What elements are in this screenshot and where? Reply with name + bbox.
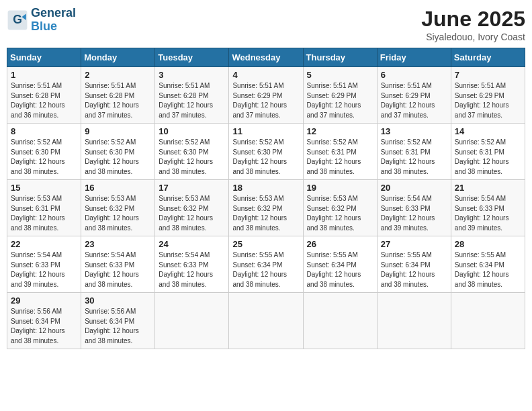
- logo-line2: Blue: [31, 19, 57, 33]
- day-info: Sunrise: 5:51 AM Sunset: 6:28 PM Dayligh…: [159, 81, 225, 120]
- day-info: Sunrise: 5:53 AM Sunset: 6:31 PM Dayligh…: [11, 194, 77, 233]
- calendar-cell: 16Sunrise: 5:53 AM Sunset: 6:32 PM Dayli…: [81, 180, 155, 236]
- day-number: 16: [85, 183, 151, 193]
- page-header: G General Blue June 2025 Siyaledouo, Ivo…: [7, 7, 525, 42]
- calendar-cell: 22Sunrise: 5:54 AM Sunset: 6:33 PM Dayli…: [7, 236, 81, 293]
- day-info: Sunrise: 5:51 AM Sunset: 6:29 PM Dayligh…: [232, 81, 299, 120]
- day-info: Sunrise: 5:52 AM Sunset: 6:31 PM Dayligh…: [307, 138, 373, 177]
- day-info: Sunrise: 5:52 AM Sunset: 6:31 PM Dayligh…: [455, 138, 521, 177]
- calendar-cell: [377, 293, 451, 349]
- day-number: 26: [307, 239, 373, 249]
- calendar-cell: 2Sunrise: 5:51 AM Sunset: 6:28 PM Daylig…: [81, 67, 155, 124]
- day-info: Sunrise: 5:53 AM Sunset: 6:32 PM Dayligh…: [307, 194, 373, 233]
- day-number: 20: [381, 183, 447, 193]
- day-info: Sunrise: 5:54 AM Sunset: 6:33 PM Dayligh…: [85, 250, 151, 289]
- calendar-cell: 5Sunrise: 5:51 AM Sunset: 6:29 PM Daylig…: [303, 67, 377, 124]
- title-block: June 2025 Siyaledouo, Ivory Coast: [421, 7, 525, 42]
- calendar-cell: 25Sunrise: 5:55 AM Sunset: 6:34 PM Dayli…: [229, 236, 303, 293]
- calendar-cell: 17Sunrise: 5:53 AM Sunset: 6:32 PM Dayli…: [155, 180, 229, 236]
- day-number: 21: [455, 183, 521, 193]
- day-info: Sunrise: 5:52 AM Sunset: 6:30 PM Dayligh…: [11, 138, 77, 177]
- calendar-week-1: 1Sunrise: 5:51 AM Sunset: 6:28 PM Daylig…: [7, 67, 525, 124]
- col-header-saturday: Saturday: [451, 48, 525, 67]
- logo-text: General Blue: [31, 7, 76, 34]
- calendar-cell: 29Sunrise: 5:56 AM Sunset: 6:34 PM Dayli…: [7, 293, 81, 349]
- calendar-cell: 6Sunrise: 5:51 AM Sunset: 6:29 PM Daylig…: [377, 67, 451, 124]
- logo: G General Blue: [7, 7, 76, 34]
- day-number: 6: [381, 70, 447, 80]
- day-number: 7: [455, 70, 521, 80]
- calendar-table: SundayMondayTuesdayWednesdayThursdayFrid…: [7, 48, 525, 349]
- day-number: 8: [11, 126, 77, 136]
- day-info: Sunrise: 5:52 AM Sunset: 6:30 PM Dayligh…: [159, 138, 225, 177]
- calendar-cell: 26Sunrise: 5:55 AM Sunset: 6:34 PM Dayli…: [303, 236, 377, 293]
- day-info: Sunrise: 5:55 AM Sunset: 6:34 PM Dayligh…: [232, 250, 299, 289]
- calendar-cell: 7Sunrise: 5:51 AM Sunset: 6:29 PM Daylig…: [451, 67, 525, 124]
- calendar-week-2: 8Sunrise: 5:52 AM Sunset: 6:30 PM Daylig…: [7, 124, 525, 180]
- col-header-monday: Monday: [81, 48, 155, 67]
- calendar-week-4: 22Sunrise: 5:54 AM Sunset: 6:33 PM Dayli…: [7, 236, 525, 293]
- calendar-cell: 19Sunrise: 5:53 AM Sunset: 6:32 PM Dayli…: [303, 180, 377, 236]
- day-number: 3: [159, 70, 225, 80]
- calendar-cell: 9Sunrise: 5:52 AM Sunset: 6:30 PM Daylig…: [81, 124, 155, 180]
- calendar-cell: 18Sunrise: 5:53 AM Sunset: 6:32 PM Dayli…: [229, 180, 303, 236]
- day-number: 27: [381, 239, 447, 249]
- day-info: Sunrise: 5:55 AM Sunset: 6:34 PM Dayligh…: [307, 250, 373, 289]
- calendar-cell: 8Sunrise: 5:52 AM Sunset: 6:30 PM Daylig…: [7, 124, 81, 180]
- calendar-cell: 11Sunrise: 5:52 AM Sunset: 6:30 PM Dayli…: [229, 124, 303, 180]
- day-info: Sunrise: 5:54 AM Sunset: 6:33 PM Dayligh…: [455, 194, 521, 233]
- day-info: Sunrise: 5:51 AM Sunset: 6:29 PM Dayligh…: [381, 81, 447, 120]
- calendar-cell: 24Sunrise: 5:54 AM Sunset: 6:33 PM Dayli…: [155, 236, 229, 293]
- calendar-cell: [155, 293, 229, 349]
- calendar-subtitle: Siyaledouo, Ivory Coast: [421, 32, 525, 42]
- day-info: Sunrise: 5:51 AM Sunset: 6:29 PM Dayligh…: [455, 81, 521, 120]
- calendar-cell: 20Sunrise: 5:54 AM Sunset: 6:33 PM Dayli…: [377, 180, 451, 236]
- day-info: Sunrise: 5:54 AM Sunset: 6:33 PM Dayligh…: [11, 250, 77, 289]
- calendar-cell: 30Sunrise: 5:56 AM Sunset: 6:34 PM Dayli…: [81, 293, 155, 349]
- calendar-cell: 14Sunrise: 5:52 AM Sunset: 6:31 PM Dayli…: [451, 124, 525, 180]
- day-info: Sunrise: 5:54 AM Sunset: 6:33 PM Dayligh…: [381, 194, 447, 233]
- day-number: 15: [11, 183, 77, 193]
- day-number: 30: [85, 295, 151, 306]
- day-info: Sunrise: 5:52 AM Sunset: 6:31 PM Dayligh…: [381, 138, 447, 177]
- col-header-wednesday: Wednesday: [229, 48, 303, 67]
- day-number: 11: [232, 126, 299, 136]
- day-number: 9: [85, 126, 151, 136]
- calendar-cell: 28Sunrise: 5:55 AM Sunset: 6:34 PM Dayli…: [451, 236, 525, 293]
- day-number: 12: [307, 126, 373, 136]
- calendar-cell: [451, 293, 525, 349]
- day-number: 24: [159, 239, 225, 249]
- day-number: 17: [159, 183, 225, 193]
- day-number: 22: [11, 239, 77, 249]
- day-number: 2: [85, 70, 151, 80]
- day-number: 28: [455, 239, 521, 249]
- logo-icon: G: [7, 9, 28, 31]
- calendar-cell: [229, 293, 303, 349]
- calendar-cell: 13Sunrise: 5:52 AM Sunset: 6:31 PM Dayli…: [377, 124, 451, 180]
- day-info: Sunrise: 5:51 AM Sunset: 6:28 PM Dayligh…: [85, 81, 151, 120]
- day-number: 23: [85, 239, 151, 249]
- day-info: Sunrise: 5:53 AM Sunset: 6:32 PM Dayligh…: [159, 194, 225, 233]
- calendar-title: June 2025: [421, 7, 525, 32]
- calendar-cell: 23Sunrise: 5:54 AM Sunset: 6:33 PM Dayli…: [81, 236, 155, 293]
- calendar-cell: 12Sunrise: 5:52 AM Sunset: 6:31 PM Dayli…: [303, 124, 377, 180]
- day-number: 10: [159, 126, 225, 136]
- col-header-sunday: Sunday: [7, 48, 81, 67]
- day-info: Sunrise: 5:55 AM Sunset: 6:34 PM Dayligh…: [381, 250, 447, 289]
- calendar-cell: [303, 293, 377, 349]
- day-info: Sunrise: 5:55 AM Sunset: 6:34 PM Dayligh…: [455, 250, 521, 289]
- day-number: 13: [381, 126, 447, 136]
- day-info: Sunrise: 5:54 AM Sunset: 6:33 PM Dayligh…: [159, 250, 225, 289]
- calendar-week-3: 15Sunrise: 5:53 AM Sunset: 6:31 PM Dayli…: [7, 180, 525, 236]
- day-info: Sunrise: 5:53 AM Sunset: 6:32 PM Dayligh…: [232, 194, 299, 233]
- calendar-header-row: SundayMondayTuesdayWednesdayThursdayFrid…: [7, 48, 525, 67]
- svg-text:G: G: [13, 13, 22, 26]
- calendar-cell: 1Sunrise: 5:51 AM Sunset: 6:28 PM Daylig…: [7, 67, 81, 124]
- day-number: 18: [232, 183, 299, 193]
- day-number: 19: [307, 183, 373, 193]
- calendar-cell: 21Sunrise: 5:54 AM Sunset: 6:33 PM Dayli…: [451, 180, 525, 236]
- col-header-friday: Friday: [377, 48, 451, 67]
- main-container: G General Blue June 2025 Siyaledouo, Ivo…: [7, 7, 525, 349]
- logo-line1: General: [31, 6, 76, 19]
- col-header-tuesday: Tuesday: [155, 48, 229, 67]
